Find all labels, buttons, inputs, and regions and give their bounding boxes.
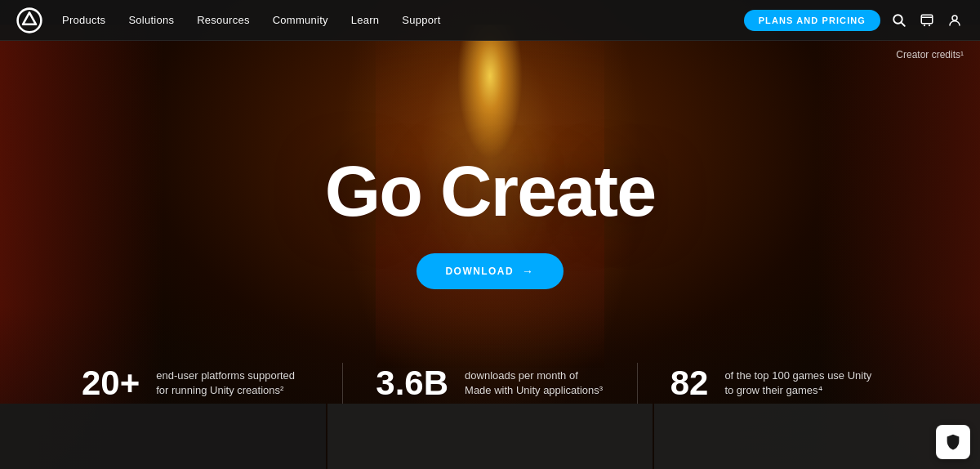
stat-number-platforms: 20+ bbox=[82, 366, 140, 400]
stat-item-games: 82 of the top 100 games use Unity to gro… bbox=[670, 366, 898, 400]
unity-logo-icon bbox=[16, 7, 42, 34]
bottom-card-3 bbox=[654, 404, 980, 469]
navigation: Products Solutions Resources Community L… bbox=[0, 0, 980, 41]
bottom-card-2 bbox=[327, 404, 653, 469]
stat-number-downloads: 3.6B bbox=[376, 366, 448, 400]
stat-item-platforms: 20+ end-user platforms supported for run… bbox=[82, 366, 310, 400]
download-button[interactable]: DOWNLOAD → bbox=[416, 253, 564, 289]
svg-point-7 bbox=[929, 24, 930, 25]
nav-links: Products Solutions Resources Community L… bbox=[62, 14, 744, 26]
search-icon bbox=[892, 13, 906, 28]
plans-pricing-button[interactable]: PLANS AND PRICING bbox=[744, 10, 880, 31]
nav-link-solutions[interactable]: Solutions bbox=[128, 14, 174, 26]
stat-divider-1 bbox=[342, 363, 343, 404]
download-arrow: → bbox=[522, 265, 534, 278]
bottom-cards-preview bbox=[0, 404, 980, 469]
download-label: DOWNLOAD bbox=[446, 266, 514, 277]
bottom-card-1 bbox=[0, 404, 326, 469]
stat-desc-downloads: downloads per month of Made with Unity a… bbox=[465, 368, 604, 398]
svg-marker-1 bbox=[23, 12, 36, 24]
search-button[interactable] bbox=[890, 11, 908, 29]
nav-link-learn[interactable]: Learn bbox=[351, 14, 380, 26]
stat-divider-2 bbox=[637, 363, 638, 404]
nav-link-resources[interactable]: Resources bbox=[197, 14, 249, 26]
account-button[interactable] bbox=[946, 11, 964, 29]
cart-icon bbox=[920, 13, 934, 28]
stat-desc-games: of the top 100 games use Unity to grow t… bbox=[724, 368, 871, 398]
nav-link-support[interactable]: Support bbox=[402, 14, 440, 26]
hero-title: Go Create bbox=[325, 155, 656, 227]
stat-item-downloads: 3.6B downloads per month of Made with Un… bbox=[376, 366, 604, 400]
svg-rect-4 bbox=[921, 15, 933, 24]
svg-point-6 bbox=[924, 24, 925, 25]
unity-logo[interactable] bbox=[16, 7, 42, 34]
cart-button[interactable] bbox=[918, 11, 936, 29]
nav-link-products[interactable]: Products bbox=[62, 14, 105, 26]
stats-bar: 20+ end-user platforms supported for run… bbox=[0, 363, 980, 404]
nav-link-community[interactable]: Community bbox=[273, 14, 328, 26]
svg-line-3 bbox=[902, 22, 905, 25]
stat-number-games: 82 bbox=[670, 366, 709, 400]
account-icon bbox=[947, 13, 962, 28]
svg-point-8 bbox=[952, 16, 957, 20]
hero-section: Creator credits¹ Go Create DOWNLOAD → 20… bbox=[0, 0, 980, 469]
stat-desc-platforms: end-user platforms supported for running… bbox=[156, 368, 303, 398]
shield-icon bbox=[944, 433, 962, 451]
shield-badge[interactable] bbox=[936, 425, 970, 459]
nav-right: PLANS AND PRICING bbox=[744, 10, 964, 31]
